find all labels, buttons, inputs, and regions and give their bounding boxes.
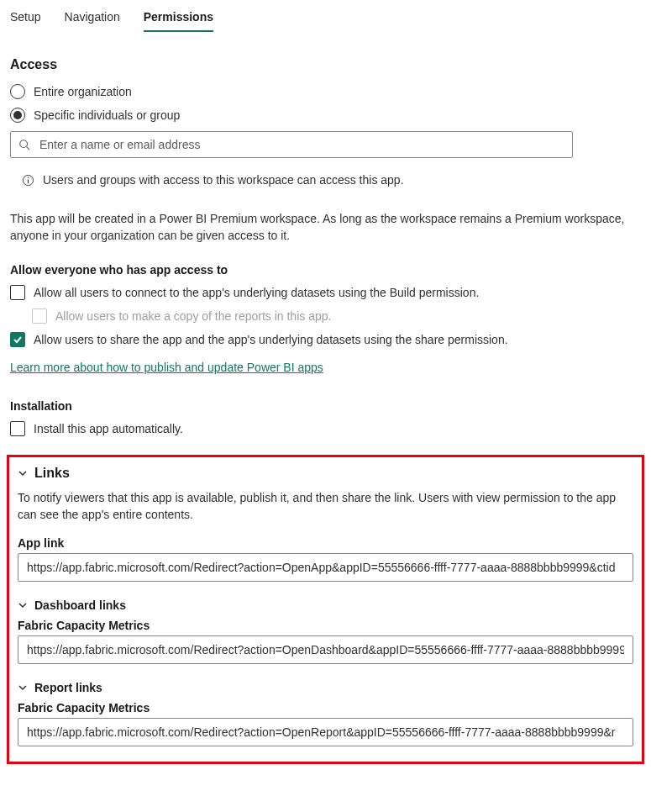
svg-point-4 bbox=[28, 177, 29, 178]
info-icon bbox=[22, 174, 34, 187]
report-link-input[interactable] bbox=[18, 718, 633, 746]
chevron-down-icon bbox=[18, 683, 28, 693]
checkbox-install-auto-label: Install this app automatically. bbox=[34, 422, 183, 435]
checkbox-build-permission[interactable] bbox=[10, 285, 25, 300]
premium-note: This app will be created in a Power BI P… bbox=[10, 210, 641, 245]
dashboard-link-label: Fabric Capacity Metrics bbox=[18, 619, 633, 632]
installation-heading: Installation bbox=[10, 399, 641, 413]
tab-setup[interactable]: Setup bbox=[10, 7, 41, 32]
checkbox-share-label: Allow users to share the app and the app… bbox=[34, 333, 508, 346]
chevron-down-icon bbox=[18, 600, 28, 610]
links-description: To notify viewers that this app is avail… bbox=[18, 489, 633, 524]
dashboard-links-toggle[interactable]: Dashboard links bbox=[18, 598, 633, 612]
dashboard-link-input[interactable] bbox=[18, 635, 633, 664]
tab-bar: Setup Navigation Permissions bbox=[0, 0, 651, 32]
radio-specific-individuals[interactable] bbox=[10, 108, 25, 123]
dashboard-links-heading: Dashboard links bbox=[34, 598, 126, 612]
app-link-input[interactable] bbox=[18, 553, 633, 582]
access-info-text: Users and groups with access to this wor… bbox=[43, 173, 404, 187]
chevron-down-icon bbox=[18, 468, 28, 478]
checkbox-share-permission[interactable] bbox=[10, 332, 25, 347]
links-panel: Links To notify viewers that this app is… bbox=[7, 455, 644, 765]
allow-heading: Allow everyone who has app access to bbox=[10, 263, 641, 277]
radio-entire-organization-label: Entire organization bbox=[34, 85, 132, 98]
checkbox-copy-label: Allow users to make a copy of the report… bbox=[55, 309, 331, 323]
svg-line-1 bbox=[27, 147, 30, 150]
tab-permissions[interactable]: Permissions bbox=[144, 7, 213, 32]
app-link-label: App link bbox=[18, 536, 633, 550]
svg-point-0 bbox=[20, 140, 28, 148]
tab-navigation[interactable]: Navigation bbox=[65, 7, 120, 32]
checkbox-build-label: Allow all users to connect to the app's … bbox=[34, 286, 479, 299]
checkbox-install-auto[interactable] bbox=[10, 421, 25, 436]
radio-specific-individuals-label: Specific individuals or group bbox=[34, 108, 180, 122]
report-links-toggle[interactable]: Report links bbox=[18, 681, 633, 694]
checkbox-copy-reports bbox=[32, 308, 47, 324]
access-heading: Access bbox=[10, 57, 641, 72]
learn-more-link[interactable]: Learn more about how to publish and upda… bbox=[10, 361, 323, 374]
report-links-heading: Report links bbox=[34, 681, 102, 694]
links-toggle[interactable]: Links bbox=[18, 466, 633, 481]
radio-entire-organization[interactable] bbox=[10, 84, 25, 99]
report-link-label: Fabric Capacity Metrics bbox=[18, 701, 633, 714]
access-search-input[interactable] bbox=[10, 131, 573, 158]
search-icon bbox=[18, 139, 30, 150]
links-heading: Links bbox=[34, 466, 70, 481]
